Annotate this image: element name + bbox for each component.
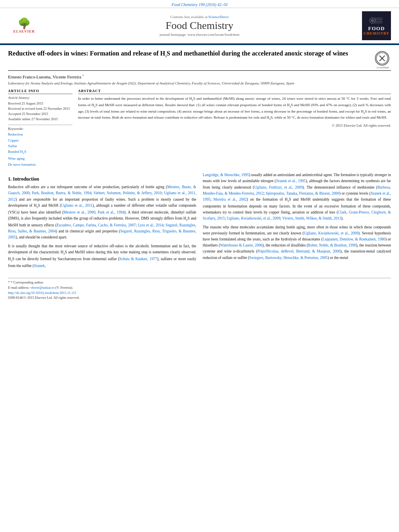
ref-schutz-1977[interactable]: Schutz & Kunkee, 1977 xyxy=(119,257,157,261)
authors-line: Ernesto Franco-Luesma, Vicente Ferreira … xyxy=(8,74,391,79)
article-title-section: Reductive off-odors in wines: Formation … xyxy=(8,49,391,71)
footnote-issn: 0308-8146/© 2015 Elsevier Ltd. All right… xyxy=(8,295,391,300)
author-1: Ernesto Franco-Luesma, Vicente Ferreira xyxy=(8,74,82,79)
intro-para-3: Langridge, & Henschke, 1995) usually add… xyxy=(203,172,391,222)
intro-para-4: The reasons why these molecules accumula… xyxy=(203,224,391,261)
ref-ugliano-fedrizzi[interactable]: Ugliano, Fedrizzi, et al., 2009 xyxy=(254,185,303,189)
abstract-col: ABSTRACT In order to better understand t… xyxy=(78,89,391,167)
keywords-label: Keywords: xyxy=(8,127,72,131)
article-history-label: Article history: xyxy=(8,96,72,100)
journal-logo-col: FOOD CHEMISTRY xyxy=(359,11,391,40)
footnote-corresponding-label: * Corresponding author. xyxy=(10,280,43,284)
intro-para-1: Reductive off-odors are a not infrequent… xyxy=(8,184,196,240)
ref-ugliano-2011b[interactable]: Ugliano et al., 2011 xyxy=(61,203,93,207)
crossmark-svg xyxy=(376,51,389,65)
footnote-area: * * Corresponding author. E-mail address… xyxy=(8,278,391,300)
ref-langridge-1995[interactable]: Langridge, & Henschke, 1995 xyxy=(203,173,249,177)
corresponding-marker: * xyxy=(82,74,84,77)
ref-pripisnicolau-2000[interactable]: PripisNicolau, deRevel, Bertrand, & Mauj… xyxy=(257,249,341,253)
article-info-label: ARTICLE INFO xyxy=(8,89,72,94)
article-title: Reductive off-odors in wines: Formation … xyxy=(8,49,375,59)
keyword-3: Sulfur xyxy=(8,143,72,149)
footnote-email-suffix: (V. Ferreira). xyxy=(56,286,73,290)
ref-swiegers-2005[interactable]: Swiegers, Bartowsky, Henschke, & Pretori… xyxy=(249,256,328,260)
journal-title: Food Chemistry xyxy=(40,20,359,32)
abstract-label: ABSTRACT xyxy=(78,89,391,94)
ref-park-1994[interactable]: Park, Boulton, Bartra, & Noble, 1994 xyxy=(32,191,91,195)
footnote-email-label: E-mail address: xyxy=(8,286,30,290)
journal-center-col: Contents lists available at ScienceDirec… xyxy=(40,15,359,37)
ref-viviers-2013[interactable]: Viviers, Smith, Wilkes, & Smith, 2013 xyxy=(282,216,341,220)
logo-image-area xyxy=(368,16,385,25)
keyword-5: Wine aging xyxy=(8,156,72,161)
crossmark-icon xyxy=(375,51,389,66)
available-online-date: Available online 27 November 2015 xyxy=(8,117,72,122)
footnote-doi-link[interactable]: http://dx.doi.org/10.1016/j.foodchem.201… xyxy=(8,291,76,295)
journal-homepage: journal homepage: www.elsevier.com/locat… xyxy=(40,33,359,37)
crossmark-badge: CrossMark xyxy=(375,51,391,67)
ref-spiropoulos-2000[interactable]: Spiropoulos, Tanaka, Flerianos, & Bisson… xyxy=(266,191,339,195)
elsevier-logo: 🌳 ELSEVIER xyxy=(8,18,40,33)
affiliation: Laboratory for Aroma Analysis and Enolog… xyxy=(8,81,391,86)
ref-jiranek[interactable]: Jiranek, xyxy=(34,264,46,268)
keywords-section: Keywords: Reduction Copper Sulfur Bonded… xyxy=(8,125,72,167)
body-left-col: 1. Introduction Reductive off-odors are … xyxy=(8,172,196,271)
sciencedirect-line: Contents lists available at ScienceDirec… xyxy=(40,15,359,19)
footnote-email-line: E-mail address: vferrei@unizar.es (V. Fe… xyxy=(8,285,391,290)
keyword-1: Reduction xyxy=(8,131,72,137)
crossmark-label: CrossMark xyxy=(375,66,391,69)
footnote-email-link[interactable]: vferrei@unizar.es xyxy=(30,286,54,290)
received-date: Received 25 August 2015 xyxy=(8,101,72,106)
chemistry-logo-text: CHEMISTRY xyxy=(364,31,389,35)
ref-escudero-2007[interactable]: Escudero, Campo, Farina, Cacho, & Ferrei… xyxy=(57,223,136,227)
top-bar: Food Chemistry 199 (2016) 42–50 xyxy=(0,0,399,8)
ref-park-1994b[interactable]: Park et al., 1994 xyxy=(98,210,124,214)
food-logo-text: FOOD xyxy=(368,26,385,31)
food-chemistry-logo-box: FOOD CHEMISTRY xyxy=(362,11,391,40)
ref-ugliano-kwiatkowski-2009[interactable]: Ugliano, Kwiatkowski, et al., 2009 xyxy=(304,231,358,235)
accepted-date: Accepted 25 November 2015 xyxy=(8,111,72,117)
ref-waterhouse-2006[interactable]: Waterhouse & Laurie, 2006 xyxy=(220,243,262,247)
footnote-doi: http://dx.doi.org/10.1016/j.foodchem.201… xyxy=(8,290,391,296)
sciencedirect-prefix: Contents lists available at xyxy=(171,15,208,19)
ref-lyra-2014[interactable]: Lyra et al., 2014 xyxy=(138,223,163,227)
elsevier-tree-icon: 🌳 xyxy=(18,18,31,29)
article-info-col: ARTICLE INFO Article history: Received 2… xyxy=(8,89,72,167)
section-1-title: 1. Introduction xyxy=(8,176,196,182)
body-right-col: Langridge, & Henschke, 1995) usually add… xyxy=(203,172,391,271)
keyword-4: Bonded H2S xyxy=(8,149,72,156)
received-revised-date: Received in revised form 22 November 201… xyxy=(8,106,72,111)
page: Food Chemistry 199 (2016) 42–50 🌳 ELSEVI… xyxy=(0,0,399,532)
journal-header: 🌳 ELSEVIER Contents lists available at S… xyxy=(0,8,399,44)
main-content: Reductive off-odors in wines: Formation … xyxy=(0,45,399,304)
journal-reference: Food Chemistry 199 (2016) 42–50 xyxy=(172,2,228,7)
abstract-text: In order to better understand the proces… xyxy=(78,96,391,121)
intro-para-2: It is usually thought that the most rele… xyxy=(8,243,196,269)
footnote-corresponding: * * Corresponding author. xyxy=(8,280,391,285)
ref-mestres-2000b[interactable]: Mestres et al., 2000 xyxy=(64,210,95,214)
abstract-copyright: © 2015 Elsevier Ltd. All rights reserved… xyxy=(78,123,391,127)
keyword-6: De novo formation xyxy=(8,162,72,167)
body-content: 1. Introduction Reductive off-odors are … xyxy=(8,172,391,271)
keyword-2: Copper xyxy=(8,138,72,143)
ref-moreira-2002[interactable]: Moreira et al., 2002 xyxy=(214,197,247,201)
svg-point-2 xyxy=(371,19,374,22)
elsevier-wordmark: ELSEVIER xyxy=(13,29,35,33)
sciencedirect-link[interactable]: ScienceDirect xyxy=(208,15,228,19)
ref-jiranek-1995[interactable]: Jiranek et al., 1995 xyxy=(276,179,306,183)
ref-siebert-2010[interactable]: Siebert, Solomon, Polinitz, & Jeffery, 2… xyxy=(94,191,162,195)
logo-graphic xyxy=(368,16,385,25)
ref-leppanen-1980[interactable]: Leppanen, Denslow, & Ronkainen, 1980 xyxy=(323,237,385,241)
ref-bobet-1990[interactable]: Bobet, Noble, & Boulton, 1990 xyxy=(308,243,356,247)
info-abstract-section: ARTICLE INFO Article history: Received 2… xyxy=(8,89,391,167)
ref-ugliano-kwiatkowski[interactable]: Ugliano, Kwiatkowski, et al., 2009 xyxy=(227,216,280,220)
